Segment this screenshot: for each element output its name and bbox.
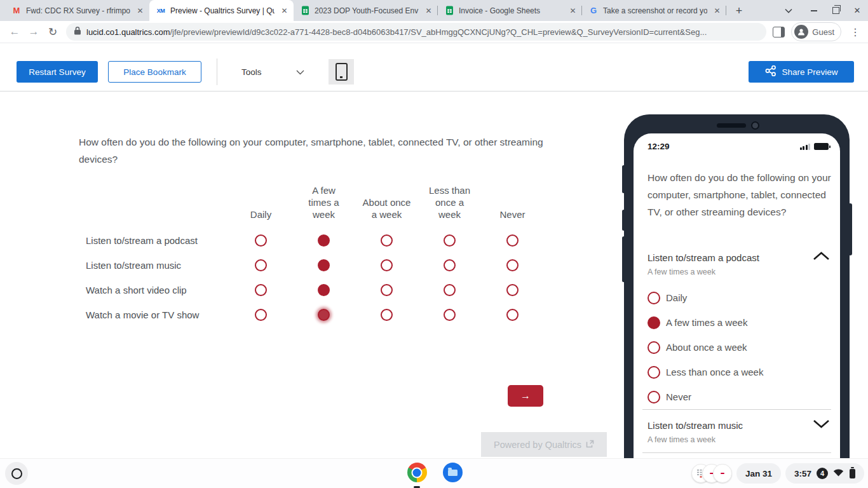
address-bar[interactable]: lucid.co1.qualtrics.com/jfe/preview/prev…	[66, 23, 766, 41]
back-icon[interactable]: ←	[5, 22, 24, 41]
option-label: Less than once a week	[666, 367, 763, 377]
reload-icon[interactable]: ↻	[43, 22, 62, 41]
radio-never[interactable]	[506, 309, 519, 321]
tab-title: Invoice - Google Sheets	[459, 6, 563, 15]
radio-daily[interactable]	[255, 309, 267, 321]
column-header: Never	[489, 208, 537, 220]
list-item[interactable]: About once a week	[648, 335, 830, 360]
tab-title: Fwd: CDC RX Survey - rfrimpon	[26, 6, 130, 15]
notification-badge-icon	[713, 464, 732, 483]
shelf-date: Jan 31	[745, 469, 772, 478]
wifi-icon	[833, 468, 844, 478]
powered-label: Powered by Qualtrics	[494, 440, 581, 450]
list-item[interactable]: A few times a week	[648, 310, 830, 335]
radio-about-once-week[interactable]	[381, 284, 393, 296]
tab-close-icon[interactable]: ✕	[279, 5, 290, 16]
date-pill[interactable]: Jan 31	[736, 463, 781, 484]
notification-icons[interactable]	[691, 464, 732, 483]
new-tab-button[interactable]: +	[730, 2, 748, 20]
radio-less-than-once-week[interactable]	[444, 234, 456, 247]
status-pill[interactable]: 3:57 4	[785, 463, 864, 484]
radio-few-times-week-selected[interactable]	[318, 234, 330, 247]
status-tray: Jan 31 3:57 4	[691, 462, 864, 485]
tab-gmail[interactable]: M Fwd: CDC RX Survey - rfrimpon ✕	[5, 0, 149, 21]
browser-menu-icon[interactable]: ⋮	[846, 26, 864, 38]
radio-daily[interactable]	[255, 234, 267, 247]
radio-about-once-week[interactable]	[381, 309, 393, 321]
tab-sheets-invoice[interactable]: Invoice - Google Sheets ✕	[438, 0, 582, 21]
radio-about-once-week[interactable]	[648, 341, 660, 354]
tab-qualtrics-preview[interactable]: XM Preview - Qualtrics Survey | Qu ✕	[149, 0, 294, 21]
smartphone-icon	[336, 63, 348, 81]
side-panel-icon[interactable]	[773, 27, 785, 37]
divider	[642, 409, 831, 410]
list-item[interactable]: Less than once a week	[648, 360, 830, 384]
radio-about-once-week[interactable]	[381, 259, 393, 271]
tab-title: Preview - Qualtrics Survey | Qu	[170, 6, 275, 15]
tab-close-icon[interactable]: ✕	[712, 5, 722, 16]
tab-google-search[interactable]: G Take a screenshot or record yo ✕	[582, 0, 726, 21]
radio-daily[interactable]	[255, 259, 267, 271]
tab-search-chevron-icon[interactable]	[778, 0, 799, 21]
forward-icon[interactable]: →	[24, 22, 43, 41]
window-controls: ✕	[778, 0, 868, 21]
radio-less-than-once-week[interactable]	[444, 259, 456, 271]
browser-tab-strip: M Fwd: CDC RX Survey - rfrimpon ✕ XM Pre…	[0, 0, 868, 21]
survey-question-text: How often do you do the following on you…	[79, 134, 552, 168]
tab-sheets-dop[interactable]: 2023 DOP Youth-Focused Env ✕	[294, 0, 438, 21]
tab-title: Take a screenshot or record yo	[603, 6, 707, 15]
mobile-view-toggle[interactable]	[329, 59, 354, 85]
minimize-icon	[811, 10, 817, 11]
option-label: Never	[666, 391, 691, 402]
tools-dropdown[interactable]: Tools	[241, 61, 262, 83]
radio-few-times-week-selected-focused[interactable]	[318, 309, 330, 321]
radio-less-than-once-week[interactable]	[444, 284, 456, 296]
power-button	[848, 203, 852, 255]
restart-survey-button[interactable]: Restart Survey	[17, 61, 98, 83]
gmail-favicon: M	[11, 6, 22, 16]
radio-less-than-once-week[interactable]	[648, 366, 660, 379]
next-button[interactable]: →	[508, 385, 543, 407]
mobile-status-icons	[800, 143, 829, 150]
accordion-selected-value: A few times a week	[648, 435, 830, 444]
radio-never[interactable]	[506, 259, 519, 271]
share-icon	[765, 65, 776, 78]
launcher-button[interactable]	[5, 462, 28, 485]
restore-button[interactable]	[825, 0, 846, 21]
chevron-down-icon[interactable]	[296, 66, 304, 78]
chevron-down-icon[interactable]	[813, 419, 830, 431]
table-row: Watch a movie or TV show	[79, 302, 549, 327]
chrome-app-button[interactable]	[406, 463, 428, 485]
radio-few-times-week-selected[interactable]	[318, 284, 330, 296]
radio-few-times-week-selected[interactable]	[318, 259, 330, 271]
radio-daily[interactable]	[255, 284, 267, 296]
share-preview-button[interactable]: Share Preview	[749, 61, 854, 83]
list-item[interactable]: Daily	[648, 285, 830, 310]
side-button	[622, 236, 625, 282]
radio-few-times-week-selected[interactable]	[648, 316, 660, 329]
radio-less-than-once-week[interactable]	[444, 309, 456, 321]
chevron-up-icon[interactable]	[813, 252, 830, 263]
restore-icon	[832, 7, 839, 14]
powered-by-qualtrics[interactable]: Powered by Qualtrics	[481, 432, 607, 457]
list-item[interactable]: Never	[648, 384, 830, 409]
tab-close-icon[interactable]: ✕	[135, 5, 146, 16]
tab-close-icon[interactable]: ✕	[567, 5, 578, 16]
option-label: A few times a week	[666, 317, 747, 328]
tab-close-icon[interactable]: ✕	[423, 5, 434, 16]
radio-never[interactable]	[506, 284, 519, 296]
column-header: About once a week	[363, 196, 411, 220]
radio-daily[interactable]	[648, 292, 660, 304]
launcher-icon	[11, 468, 22, 479]
minimize-button[interactable]	[803, 0, 825, 21]
radio-never[interactable]	[648, 391, 660, 403]
chromeos-shelf: Jan 31 3:57 4	[0, 458, 868, 488]
radio-about-once-week[interactable]	[381, 234, 393, 247]
profile-button[interactable]: Guest	[791, 22, 841, 41]
row-label: Listen to/stream music	[79, 260, 229, 271]
speaker-slot	[717, 123, 746, 128]
radio-never[interactable]	[506, 234, 519, 247]
files-app-button[interactable]	[442, 463, 463, 485]
place-bookmark-button[interactable]: Place Bookmark	[108, 61, 201, 83]
close-window-button[interactable]: ✕	[846, 0, 868, 21]
